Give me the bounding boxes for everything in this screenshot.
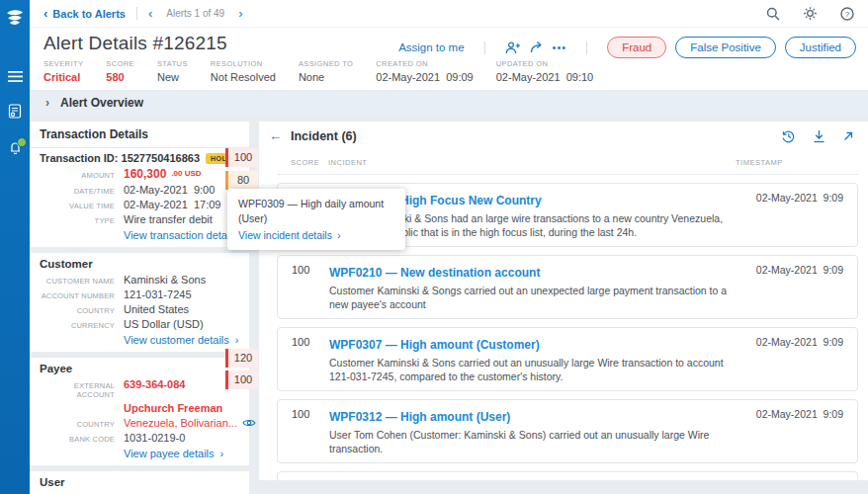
transaction-details-title: Transaction Details [30, 122, 249, 148]
history-icon[interactable] [781, 129, 796, 143]
chevron-right-icon: › [45, 96, 49, 110]
field-label: DATE/TIME [40, 187, 115, 196]
assign-user-icon[interactable] [505, 41, 521, 54]
link-label: View customer details [124, 334, 229, 346]
incident-timestamp: 02-May-2021 9:09 [756, 336, 843, 348]
meta-created-on: CREATED ON 02-May-2021 09:09 [376, 59, 473, 83]
tooltip-title: WPF0309 — High daily amount (User) [238, 197, 394, 225]
link-label: View payee details [124, 448, 215, 459]
transaction-score-chip[interactable]: 80 [225, 171, 258, 190]
field-row: TYPE Wire transfer debit [30, 211, 249, 226]
fraud-button[interactable]: Fraud [607, 37, 666, 58]
incident-row[interactable]: 80 WPF0302 — High daily amount (Customer… [277, 471, 858, 480]
brand-logo-icon[interactable] [5, 9, 25, 32]
chevron-right-icon: › [235, 334, 239, 346]
field-value: US Dollar (USD) [124, 318, 204, 330]
settings-gear-icon[interactable] [803, 6, 818, 21]
watch-eye-icon[interactable] [242, 418, 256, 428]
meta-value: 580 [106, 71, 134, 83]
divider [586, 41, 587, 54]
svg-text:?: ? [845, 10, 850, 19]
pager-label: Alerts 1 of 49 [166, 8, 224, 19]
incident-score: 100 [292, 263, 329, 311]
meta-label: SCORE [106, 59, 134, 68]
field-row-country: COUNTRY Venezuela, Bolivarian... [30, 415, 249, 430]
back-to-alerts-link[interactable]: ‹ Back to Alerts [43, 7, 126, 20]
back-arrow-icon[interactable]: ← [269, 128, 282, 143]
incident-link[interactable]: WPF0307 — High amount (Customer) [329, 338, 540, 352]
meta-value: 02-May-2021 09:09 [376, 71, 473, 83]
meta-label: STATUS [157, 59, 188, 68]
field-row: CURRENCY US Dollar (USD) [30, 316, 249, 331]
incident-timestamp: 02-May-2021 9:09 [756, 264, 843, 276]
link-label: View transaction details [124, 229, 237, 241]
meta-label: RESOLUTION [211, 59, 276, 68]
payee-section: Payee EXTERNAL ACCOUNT 639-364-084 Upchu… [30, 358, 249, 465]
alert-header: Alert Details #126215 Assign to me ••• F… [30, 28, 868, 90]
field-value: Venezuela, Bolivarian... [124, 417, 237, 429]
justified-button[interactable]: Justified [785, 37, 856, 58]
link-row: View payee details› [30, 445, 249, 465]
field-row: CUSTOMER NAME Kaminski & Sons [30, 272, 249, 287]
main-area: ‹ Back to Alerts ‹ Alerts 1 of 49 › ? Al… [30, 0, 868, 494]
incident-link[interactable]: WPF0210 — New destination account [329, 266, 540, 280]
field-label: TYPE [40, 216, 115, 225]
incident-description: Customer Kaminski & Songs carried out an… [329, 285, 738, 311]
payee-score-chip[interactable]: 120 [225, 349, 258, 368]
meta-value: Not Resolved [211, 71, 276, 83]
incident-row[interactable]: 100 WPF0312 — High amount (User) User To… [277, 399, 858, 463]
field-label: CUSTOMER NAME [40, 277, 115, 286]
field-value: 639-364-084 [124, 378, 185, 390]
report-icon[interactable] [8, 104, 22, 119]
back-to-alerts-label: Back to Alerts [52, 8, 126, 20]
field-value: 1031-0219-0 [124, 432, 185, 444]
column-header-timestamp: TIMESTAMP [736, 158, 844, 167]
field-row: USER Tom Cohen (tom_cohen) [30, 490, 249, 494]
view-incident-details-link[interactable]: View incident details› [238, 229, 394, 241]
false-positive-button[interactable]: False Positive [675, 37, 776, 58]
user-section: User USER Tom Cohen (tom_cohen) REQUEST … [30, 471, 249, 494]
field-label: AMOUNT [40, 171, 115, 180]
transaction-score-chip[interactable]: 100 [225, 148, 258, 167]
assign-to-me-link[interactable]: Assign to me [398, 41, 464, 53]
incident-panel: ← Incident (6) SCORE INCIDENT TIMESTAMP [259, 122, 868, 480]
forward-icon[interactable] [530, 41, 544, 53]
field-value: 02-May-2021 17:09 [124, 199, 220, 210]
meta-value: 02-May-2021 09:10 [496, 71, 593, 83]
score-chip-tooltip: WPF0309 — High daily amount (User) View … [227, 189, 405, 250]
help-icon[interactable]: ? [840, 7, 854, 21]
customer-title: Customer [30, 253, 249, 272]
incident-row[interactable]: 100 WPF0210 — New destination account Cu… [277, 255, 858, 319]
chevron-left-icon: ‹ [43, 7, 47, 20]
incident-link[interactable]: WPF0312 — High amount (User) [329, 410, 510, 424]
incident-panel-title: Incident (6) [291, 129, 357, 143]
meta-severity: SEVERITY Critical [43, 59, 83, 83]
payee-score-chip[interactable]: 100 [225, 370, 258, 389]
alert-overview-toggle[interactable]: › Alert Overview [30, 90, 868, 115]
incident-description: Customer Kaminski & Sons carried out an … [329, 357, 738, 383]
transaction-id-text: Transaction ID: 1527750416863 [40, 152, 200, 164]
app-sidebar [0, 0, 30, 494]
search-icon[interactable] [766, 7, 780, 21]
incident-timestamp: 02-May-2021 9:09 [756, 192, 843, 204]
pager-next-icon[interactable]: › [238, 6, 242, 21]
field-label: ACCOUNT NUMBER [40, 291, 115, 300]
open-in-new-icon[interactable] [842, 130, 854, 142]
link-row: View customer details› [30, 331, 249, 352]
pager-prev-icon[interactable]: ‹ [148, 6, 152, 21]
menu-icon[interactable] [8, 71, 23, 82]
incident-score: 100 [292, 407, 329, 455]
alert-overview-label: Alert Overview [60, 96, 143, 110]
field-label: EXTERNAL ACCOUNT [40, 381, 115, 399]
more-actions-icon[interactable]: ••• [553, 41, 567, 53]
content-area: Transaction Details Transaction ID: 1527… [30, 122, 868, 480]
view-payee-details-link[interactable]: View payee details› [124, 448, 223, 459]
chevron-right-icon: › [220, 448, 224, 459]
download-icon[interactable] [813, 129, 825, 143]
notifications-bell-icon[interactable] [8, 140, 23, 155]
column-header-incident: INCIDENT [328, 158, 736, 167]
customer-section: Customer CUSTOMER NAME Kaminski & Sons A… [30, 253, 249, 352]
link-row: View transaction details› [30, 226, 249, 247]
incident-row[interactable]: 100 WPF0307 — High amount (Customer) Cus… [277, 327, 858, 391]
view-customer-details-link[interactable]: View customer details› [124, 334, 238, 346]
